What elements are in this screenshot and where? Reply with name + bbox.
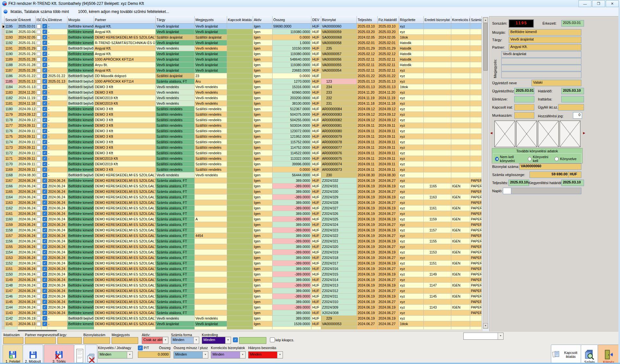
table-row[interactable]: 11932024.02.05✓-Belföldre kimenőDEMO KER… <box>2 35 481 40</box>
ervenyes-checkbox[interactable]: ✓ <box>43 305 47 310</box>
cell-teljesites[interactable]: 2025.03.20 <box>357 29 377 35</box>
cell-bizonylat[interactable]: Z2024/313 <box>321 283 357 288</box>
row-selector-gutter[interactable] <box>2 233 4 239</box>
table-row[interactable]: 11622024.06.24✓2024.06.24Belföldre kimen… <box>2 205 481 211</box>
cell-szamla[interactable] <box>470 316 481 321</box>
iso-checkbox[interactable] <box>37 90 41 95</box>
cell-megjegyzes[interactable] <box>194 183 227 189</box>
cell-eredeti-bizonylat[interactable] <box>423 128 451 134</box>
cell-korrekcios[interactable] <box>451 134 470 139</box>
cell-bizonylat[interactable]: 235 <box>321 46 357 51</box>
cell-aktiv[interactable]: Igen <box>253 73 272 79</box>
cell-dev[interactable]: HUF <box>311 217 321 222</box>
cell-bizonylat[interactable]: Z2024/330 <box>321 189 357 194</box>
cell-elintezve[interactable]: - <box>47 57 67 62</box>
cell-partner[interactable]: DEMO KERESKEDELMI ES SZOLGALT <box>94 183 155 189</box>
cell-osszeg[interactable]: 389.0000 <box>272 211 311 217</box>
cell-aktiv[interactable]: Igen <box>253 316 272 321</box>
cell-mozgas[interactable]: Belföldre kimenő <box>67 134 94 139</box>
iso-checkbox[interactable] <box>37 57 41 62</box>
cell-partner[interactable]: DEMO KERESKEDELMI ES SZOLGALT <box>94 178 155 183</box>
cell-szamla[interactable] <box>470 79 481 84</box>
cell-fiz-hatarido[interactable]: 2024.09.12 <box>377 112 399 117</box>
cell-rogzitette[interactable]: xyz <box>399 150 423 156</box>
cell-iso[interactable] <box>35 233 41 239</box>
cell-targy[interactable]: Szállítói rendelés <box>155 128 194 134</box>
cell-elintezve[interactable]: - <box>47 156 67 161</box>
cell-partner[interactable]: DEMO KERESKEDELMI ES SZOLGALT <box>94 305 155 310</box>
iso-checkbox[interactable] <box>37 46 41 51</box>
cell-fiz-hatarido[interactable]: 2024.06.27 <box>377 321 399 327</box>
cell-eredeti-bizonylat[interactable] <box>423 156 451 161</box>
cell-aktiv[interactable]: Igen <box>253 57 272 62</box>
table-row[interactable]: 11672024.06.24✓2024.06.24Belföldre kimen… <box>2 178 481 183</box>
cell-partner[interactable]: DEMO 3 Kft <box>94 145 155 150</box>
cell-erkezett[interactable]: 2025.03.06 <box>17 29 35 35</box>
cell-szamla[interactable] <box>470 35 481 40</box>
cell-rogzitette[interactable]: xyz <box>399 106 423 112</box>
cell-teljesites[interactable]: 2024.09.11 <box>357 167 377 172</box>
cell-kapcsolt-iktatas[interactable] <box>227 112 253 117</box>
cell-szamla[interactable]: PAPER <box>470 310 481 316</box>
table-row[interactable]: 11662024.06.24✓2024.06.24Belföldre kimen… <box>2 183 481 189</box>
cell-mozgas[interactable]: Belföldre kimenő <box>67 205 94 211</box>
iso-checkbox[interactable] <box>37 267 41 271</box>
cell-iso[interactable] <box>35 156 41 161</box>
cell-megjegyzes[interactable] <box>194 261 227 266</box>
ervenyes-checkbox[interactable]: ✓ <box>43 96 47 100</box>
cell-megjegyzes[interactable]: Vevői rendelés <box>194 172 227 178</box>
cell-dev[interactable]: HUF <box>311 294 321 299</box>
ervenyes-checkbox[interactable]: ✓ <box>43 272 47 276</box>
cell-aktiv[interactable]: Igen <box>253 161 272 167</box>
cell-korrekcios[interactable] <box>451 178 470 183</box>
row-selector-gutter[interactable] <box>2 194 4 200</box>
ervenyes-checkbox[interactable]: ✓ <box>43 107 47 111</box>
cell-eredeti-bizonylat[interactable]: 1163 <box>423 194 451 200</box>
row-selector-gutter[interactable] <box>2 139 4 145</box>
cell-elintezve[interactable]: 2024.06.24 <box>47 217 67 222</box>
cell-teljesites[interactable]: 2025.02.11 <box>357 57 377 62</box>
cell-szamla[interactable] <box>470 117 481 123</box>
cell-iso[interactable] <box>35 167 41 172</box>
cell-erve[interactable]: ✓ <box>41 62 47 68</box>
table-row[interactable]: 11542024.06.24✓2024.06.24Belföldre kimen… <box>2 250 481 255</box>
cell-erve[interactable]: ✓ <box>41 244 47 250</box>
ervenyes-checkbox[interactable]: ✓ <box>43 90 47 95</box>
cell-erkezett[interactable]: 2025.01.13 <box>17 84 35 90</box>
cell-fiz-hatarido[interactable]: 2024.09.11 <box>377 150 399 156</box>
ervenyes-checkbox[interactable]: ✓ <box>43 233 47 238</box>
row-selector-gutter[interactable] <box>2 156 4 161</box>
cell-iso[interactable] <box>35 288 41 294</box>
cell-aktiv[interactable]: Igen <box>253 35 272 40</box>
cell-fiz-hatarido[interactable]: 2024.06.19 <box>377 305 399 310</box>
cell-osszeg[interactable]: 1270.0000 <box>272 79 311 84</box>
cell-sorszam[interactable]: 1171 <box>4 156 17 161</box>
cell-fiz-hatarido[interactable]: 2025.01.13 <box>377 84 399 90</box>
cell-targy[interactable]: Szállítói rendelés <box>155 167 194 172</box>
cell-osszeg[interactable]: 38100.0000 <box>272 101 311 106</box>
cell-korrekcios[interactable] <box>451 161 470 167</box>
cell-megjegyzes[interactable]: Áru <box>194 79 227 84</box>
iso-checkbox[interactable] <box>37 223 41 227</box>
hatarido-field[interactable]: 2025.03.10 <box>561 88 584 94</box>
cell-korrekcios[interactable] <box>451 310 470 316</box>
row-selector-gutter[interactable] <box>2 84 4 90</box>
cell-targy[interactable]: Szállítói rendelés <box>155 145 194 150</box>
cell-mozgas[interactable]: Belföldre kimenő <box>67 24 94 29</box>
kilepes-button[interactable]: Kilépés <box>598 345 620 364</box>
cell-sorszam[interactable]: 1189 <box>4 57 17 62</box>
cell-dev[interactable]: HUF <box>311 123 321 128</box>
iso-checkbox[interactable] <box>37 305 41 310</box>
cell-sorszam[interactable]: 1175 <box>4 134 17 139</box>
table-row[interactable]: 11652024.06.24✓2024.06.24Belföldre kimen… <box>2 189 481 194</box>
cell-mozgas[interactable]: Belföldre kimenő <box>67 139 94 145</box>
cell-szamla[interactable] <box>470 321 481 327</box>
cell-partner[interactable]: DEMO 3 Kft <box>94 90 155 95</box>
cell-megjegyzes[interactable]: 4454 <box>194 233 227 239</box>
cell-kapcsolt-iktatas[interactable] <box>227 68 253 73</box>
cell-sorszam[interactable]: 1188 <box>4 62 17 68</box>
iso-checkbox[interactable] <box>37 190 41 194</box>
hozzaferesi-field[interactable]: 0 <box>573 112 582 119</box>
iso-checkbox[interactable] <box>37 30 41 34</box>
cell-szamla[interactable] <box>470 46 481 51</box>
